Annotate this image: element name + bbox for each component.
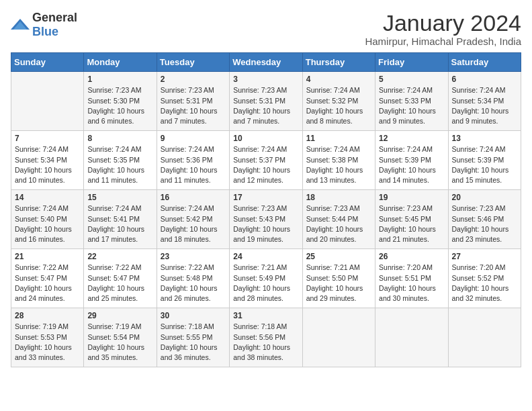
page-header: General Blue January 2024 Hamirpur, Hima… (11, 11, 521, 47)
day-info: Sunrise: 7:20 AMSunset: 5:51 PMDaylight:… (379, 263, 444, 304)
day-info: Sunrise: 7:24 AMSunset: 5:36 PMDaylight:… (161, 144, 226, 185)
day-info: Sunrise: 7:18 AMSunset: 5:56 PMDaylight:… (233, 322, 298, 363)
weekday-header-row: SundayMondayTuesdayWednesdayThursdayFrid… (11, 53, 521, 72)
logo-general: General (32, 11, 77, 24)
calendar-cell: 25 Sunrise: 7:21 AMSunset: 5:50 PMDaylig… (302, 249, 375, 308)
day-number: 9 (161, 134, 226, 143)
day-info: Sunrise: 7:21 AMSunset: 5:50 PMDaylight:… (306, 263, 371, 304)
weekday-header-friday: Friday (375, 53, 448, 72)
day-number: 11 (306, 134, 371, 143)
day-number: 15 (87, 193, 152, 202)
day-number: 26 (379, 252, 444, 261)
day-number: 8 (87, 134, 152, 143)
calendar-cell: 11 Sunrise: 7:24 AMSunset: 5:38 PMDaylig… (302, 131, 375, 190)
calendar-cell: 23 Sunrise: 7:22 AMSunset: 5:48 PMDaylig… (157, 249, 229, 308)
calendar-cell: 2 Sunrise: 7:23 AMSunset: 5:31 PMDayligh… (157, 72, 229, 131)
logo-icon (11, 17, 30, 32)
day-info: Sunrise: 7:23 AMSunset: 5:30 PMDaylight:… (87, 85, 152, 126)
day-number: 4 (306, 75, 371, 84)
day-number: 21 (15, 252, 80, 261)
calendar-week-row: 7 Sunrise: 7:24 AMSunset: 5:34 PMDayligh… (11, 131, 521, 190)
calendar-cell: 22 Sunrise: 7:22 AMSunset: 5:47 PMDaylig… (84, 249, 157, 308)
calendar-cell (448, 308, 521, 367)
calendar-week-row: 21 Sunrise: 7:22 AMSunset: 5:47 PMDaylig… (11, 249, 521, 308)
weekday-header-tuesday: Tuesday (157, 53, 229, 72)
day-number: 10 (233, 134, 298, 143)
title-block: January 2024 Hamirpur, Himachal Pradesh,… (365, 11, 521, 47)
calendar-cell: 18 Sunrise: 7:23 AMSunset: 5:44 PMDaylig… (302, 190, 375, 249)
day-info: Sunrise: 7:19 AMSunset: 5:54 PMDaylight:… (87, 322, 152, 363)
calendar-cell: 28 Sunrise: 7:19 AMSunset: 5:53 PMDaylig… (11, 308, 84, 367)
calendar-cell: 5 Sunrise: 7:24 AMSunset: 5:33 PMDayligh… (375, 72, 448, 131)
day-number: 16 (161, 193, 226, 202)
day-number: 7 (15, 134, 80, 143)
day-number: 30 (161, 311, 226, 320)
day-info: Sunrise: 7:19 AMSunset: 5:53 PMDaylight:… (15, 322, 80, 363)
day-number: 22 (87, 252, 152, 261)
calendar-cell: 27 Sunrise: 7:20 AMSunset: 5:52 PMDaylig… (448, 249, 521, 308)
calendar-cell: 6 Sunrise: 7:24 AMSunset: 5:34 PMDayligh… (448, 72, 521, 131)
calendar-cell: 10 Sunrise: 7:24 AMSunset: 5:37 PMDaylig… (230, 131, 302, 190)
day-number: 20 (452, 193, 517, 202)
calendar-cell: 20 Sunrise: 7:23 AMSunset: 5:46 PMDaylig… (448, 190, 521, 249)
calendar-cell: 4 Sunrise: 7:24 AMSunset: 5:32 PMDayligh… (302, 72, 375, 131)
day-info: Sunrise: 7:20 AMSunset: 5:52 PMDaylight:… (452, 263, 517, 304)
calendar-cell: 1 Sunrise: 7:23 AMSunset: 5:30 PMDayligh… (84, 72, 157, 131)
logo-text: General Blue (32, 11, 77, 39)
calendar-cell: 7 Sunrise: 7:24 AMSunset: 5:34 PMDayligh… (11, 131, 84, 190)
day-info: Sunrise: 7:24 AMSunset: 5:33 PMDaylight:… (379, 85, 444, 126)
logo-blue: Blue (32, 25, 58, 38)
day-info: Sunrise: 7:22 AMSunset: 5:47 PMDaylight:… (15, 263, 80, 304)
calendar-cell (302, 308, 375, 367)
day-number: 31 (233, 311, 298, 320)
day-number: 28 (15, 311, 80, 320)
day-number: 23 (161, 252, 226, 261)
day-info: Sunrise: 7:24 AMSunset: 5:41 PMDaylight:… (87, 203, 152, 244)
calendar-cell: 9 Sunrise: 7:24 AMSunset: 5:36 PMDayligh… (157, 131, 229, 190)
day-info: Sunrise: 7:21 AMSunset: 5:49 PMDaylight:… (233, 263, 298, 304)
day-info: Sunrise: 7:22 AMSunset: 5:47 PMDaylight:… (87, 263, 152, 304)
calendar-cell (375, 308, 448, 367)
day-info: Sunrise: 7:23 AMSunset: 5:45 PMDaylight:… (379, 203, 444, 244)
weekday-header-monday: Monday (84, 53, 157, 72)
day-number: 3 (233, 75, 298, 84)
day-info: Sunrise: 7:24 AMSunset: 5:37 PMDaylight:… (233, 144, 298, 185)
day-number: 2 (161, 75, 226, 84)
day-number: 25 (306, 252, 371, 261)
day-info: Sunrise: 7:24 AMSunset: 5:39 PMDaylight:… (379, 144, 444, 185)
day-info: Sunrise: 7:18 AMSunset: 5:55 PMDaylight:… (161, 322, 226, 363)
calendar-cell: 29 Sunrise: 7:19 AMSunset: 5:54 PMDaylig… (84, 308, 157, 367)
calendar-cell: 19 Sunrise: 7:23 AMSunset: 5:45 PMDaylig… (375, 190, 448, 249)
calendar-week-row: 14 Sunrise: 7:24 AMSunset: 5:40 PMDaylig… (11, 190, 521, 249)
day-number: 14 (15, 193, 80, 202)
calendar-cell: 3 Sunrise: 7:23 AMSunset: 5:31 PMDayligh… (230, 72, 302, 131)
calendar-cell: 30 Sunrise: 7:18 AMSunset: 5:55 PMDaylig… (157, 308, 229, 367)
day-info: Sunrise: 7:23 AMSunset: 5:44 PMDaylight:… (306, 203, 371, 244)
calendar-title: January 2024 (365, 11, 521, 36)
day-info: Sunrise: 7:23 AMSunset: 5:46 PMDaylight:… (452, 203, 517, 244)
day-info: Sunrise: 7:24 AMSunset: 5:35 PMDaylight:… (87, 144, 152, 185)
calendar-week-row: 1 Sunrise: 7:23 AMSunset: 5:30 PMDayligh… (11, 72, 521, 131)
calendar-cell: 17 Sunrise: 7:23 AMSunset: 5:43 PMDaylig… (230, 190, 302, 249)
day-info: Sunrise: 7:24 AMSunset: 5:34 PMDaylight:… (15, 144, 80, 185)
day-number: 18 (306, 193, 371, 202)
calendar-cell: 8 Sunrise: 7:24 AMSunset: 5:35 PMDayligh… (84, 131, 157, 190)
calendar-cell: 12 Sunrise: 7:24 AMSunset: 5:39 PMDaylig… (375, 131, 448, 190)
day-info: Sunrise: 7:24 AMSunset: 5:39 PMDaylight:… (452, 144, 517, 185)
day-number: 6 (452, 75, 517, 84)
calendar-cell (11, 72, 84, 131)
day-info: Sunrise: 7:23 AMSunset: 5:31 PMDaylight:… (161, 85, 226, 126)
day-number: 5 (379, 75, 444, 84)
calendar-table: SundayMondayTuesdayWednesdayThursdayFrid… (11, 52, 521, 367)
calendar-cell: 31 Sunrise: 7:18 AMSunset: 5:56 PMDaylig… (230, 308, 302, 367)
calendar-cell: 15 Sunrise: 7:24 AMSunset: 5:41 PMDaylig… (84, 190, 157, 249)
day-number: 29 (87, 311, 152, 320)
calendar-subtitle: Hamirpur, Himachal Pradesh, India (365, 36, 521, 47)
calendar-cell: 21 Sunrise: 7:22 AMSunset: 5:47 PMDaylig… (11, 249, 84, 308)
day-number: 13 (452, 134, 517, 143)
calendar-cell: 14 Sunrise: 7:24 AMSunset: 5:40 PMDaylig… (11, 190, 84, 249)
day-number: 24 (233, 252, 298, 261)
day-info: Sunrise: 7:24 AMSunset: 5:40 PMDaylight:… (15, 203, 80, 244)
weekday-header-thursday: Thursday (302, 53, 375, 72)
day-number: 17 (233, 193, 298, 202)
